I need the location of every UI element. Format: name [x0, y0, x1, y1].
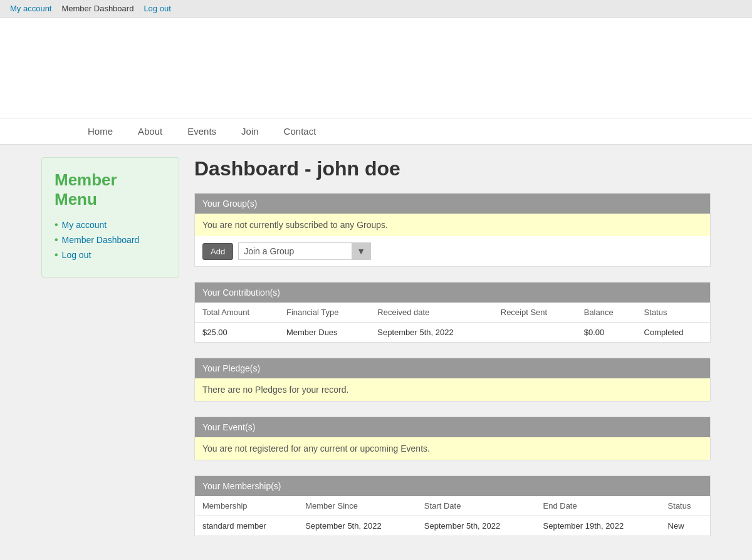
- sidebar-link-log-out[interactable]: Log out: [62, 250, 91, 260]
- col-receipt-sent: Receipt Sent: [493, 303, 577, 323]
- contribution-receipt-sent: [493, 323, 577, 343]
- pledges-section: Your Pledge(s) There are no Pledges for …: [194, 358, 711, 402]
- col-total-amount: Total Amount: [195, 303, 279, 323]
- membership-member-since: September 5th, 2022: [298, 516, 417, 536]
- events-alert: You are not registered for any current o…: [195, 437, 710, 460]
- memberships-header-row: Membership Member Since Start Date End D…: [195, 496, 710, 516]
- contribution-status: Completed: [637, 323, 710, 343]
- top-bar-my-account[interactable]: My account: [10, 4, 51, 13]
- pledges-section-header: Your Pledge(s): [195, 358, 710, 378]
- page-container: MemberMenu My account Member Dashboard L…: [31, 145, 721, 560]
- col-start-date: Start Date: [417, 496, 536, 516]
- sidebar-item-log-out: Log out: [55, 249, 166, 261]
- contribution-financial-type: Member Dues: [279, 323, 370, 343]
- top-bar: My account Member Dashboard Log out: [0, 0, 752, 18]
- memberships-table: Membership Member Since Start Date End D…: [195, 496, 710, 536]
- col-end-date: End Date: [536, 496, 661, 516]
- col-status: Status: [637, 303, 710, 323]
- nav-contact[interactable]: Contact: [271, 118, 329, 144]
- nav-join[interactable]: Join: [229, 118, 271, 144]
- contributions-table: Total Amount Financial Type Received dat…: [195, 303, 710, 342]
- main-content: Dashboard - john doe Your Group(s) You a…: [194, 157, 711, 551]
- membership-start-date: September 5th, 2022: [417, 516, 536, 536]
- membership-end-date: September 19th, 2022: [536, 516, 661, 536]
- nav-events[interactable]: Events: [175, 118, 229, 144]
- events-section-header: Your Event(s): [195, 417, 710, 437]
- events-section: Your Event(s) You are not registered for…: [194, 417, 711, 460]
- contributions-section: Your Contribution(s) Total Amount Financ…: [194, 282, 711, 343]
- memberships-section-header: Your Membership(s): [195, 476, 710, 496]
- col-balance: Balance: [577, 303, 637, 323]
- col-member-since: Member Since: [298, 496, 417, 516]
- nav-home[interactable]: Home: [75, 118, 125, 144]
- group-select-wrapper: Join a Group ▼: [238, 242, 371, 260]
- pledges-alert: There are no Pledges for your record.: [195, 378, 710, 401]
- contribution-row: $25.00 Member Dues September 5th, 2022 $…: [195, 323, 710, 343]
- top-bar-log-out[interactable]: Log out: [144, 4, 170, 13]
- groups-section-header: Your Group(s): [195, 194, 710, 214]
- col-received-date: Received date: [370, 303, 493, 323]
- nav-about[interactable]: About: [125, 118, 175, 144]
- sidebar-link-my-account[interactable]: My account: [62, 220, 107, 230]
- col-membership: Membership: [195, 496, 298, 516]
- memberships-section: Your Membership(s) Membership Member Sin…: [194, 475, 711, 536]
- col-membership-status: Status: [661, 496, 710, 516]
- contribution-total-amount: $25.00: [195, 323, 279, 343]
- sidebar-link-member-dashboard[interactable]: Member Dashboard: [62, 235, 140, 245]
- contribution-received-date: September 5th, 2022: [370, 323, 493, 343]
- contributions-header-row: Total Amount Financial Type Received dat…: [195, 303, 710, 323]
- sidebar-item-my-account: My account: [55, 219, 166, 231]
- dropdown-arrow-icon[interactable]: ▼: [352, 243, 370, 259]
- contribution-balance: $0.00: [577, 323, 637, 343]
- membership-status: New: [661, 516, 710, 536]
- sidebar-title: MemberMenu: [55, 170, 166, 209]
- banner-area: [0, 18, 752, 118]
- groups-alert: You are not currently subscribed to any …: [195, 214, 710, 236]
- groups-section: Your Group(s) You are not currently subs…: [194, 193, 711, 267]
- sidebar: MemberMenu My account Member Dashboard L…: [41, 157, 179, 277]
- add-group-button[interactable]: Add: [202, 243, 233, 260]
- membership-row: standard member September 5th, 2022 Sept…: [195, 516, 710, 536]
- top-bar-member-dashboard: Member Dashboard: [61, 4, 133, 13]
- join-group-select[interactable]: Join a Group: [239, 243, 352, 259]
- page-title: Dashboard - john doe: [194, 157, 711, 180]
- membership-type: standard member: [195, 516, 298, 536]
- group-join-row: Add Join a Group ▼: [195, 236, 710, 266]
- col-financial-type: Financial Type: [279, 303, 370, 323]
- sidebar-menu: My account Member Dashboard Log out: [55, 219, 166, 261]
- sidebar-item-member-dashboard: Member Dashboard: [55, 234, 166, 246]
- main-nav: Home About Events Join Contact: [0, 118, 752, 145]
- contributions-section-header: Your Contribution(s): [195, 283, 710, 303]
